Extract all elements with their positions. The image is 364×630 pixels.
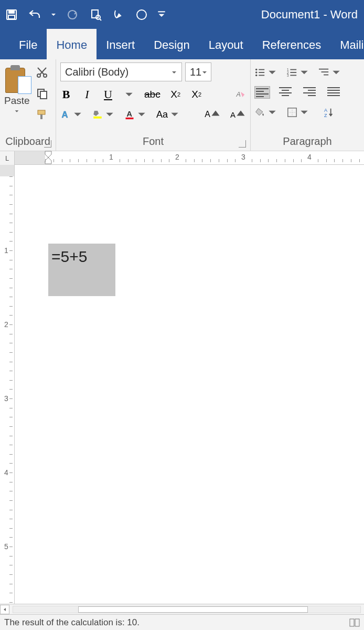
- undo-dropdown[interactable]: [50, 7, 57, 22]
- tab-file[interactable]: File: [9, 29, 47, 59]
- svg-text:A: A: [324, 108, 328, 113]
- svg-rect-22: [259, 72, 264, 73]
- qat-customize-dropdown[interactable]: [157, 7, 166, 22]
- svg-rect-36: [256, 93, 269, 94]
- svg-rect-4: [92, 10, 98, 18]
- svg-rect-56: [355, 619, 359, 626]
- tab-design[interactable]: Design: [144, 29, 199, 59]
- shading-button[interactable]: [255, 106, 277, 119]
- subscript-button[interactable]: X2: [170, 88, 181, 101]
- justify-button[interactable]: [327, 87, 342, 98]
- borders-button[interactable]: [287, 106, 309, 119]
- tab-layout[interactable]: Layout: [199, 29, 253, 59]
- undo-button[interactable]: [27, 7, 42, 22]
- svg-rect-34: [256, 88, 269, 89]
- clear-formatting-button[interactable]: A: [234, 88, 246, 101]
- save-button[interactable]: [4, 7, 19, 22]
- highlight-button[interactable]: [92, 108, 115, 121]
- font-name-select[interactable]: Calibri (Body): [60, 62, 182, 81]
- text-effects-button[interactable]: A: [60, 108, 83, 121]
- document-area: 12345 =5+5: [0, 165, 364, 604]
- tab-home[interactable]: Home: [47, 29, 97, 59]
- svg-rect-26: [290, 69, 296, 70]
- redo-button[interactable]: [65, 7, 80, 22]
- format-painter-button[interactable]: [35, 108, 49, 121]
- print-preview-button[interactable]: [88, 7, 103, 22]
- svg-rect-44: [303, 92, 316, 93]
- font-color-button[interactable]: A: [124, 108, 147, 121]
- svg-rect-31: [319, 69, 328, 70]
- svg-rect-39: [282, 90, 289, 91]
- svg-rect-37: [256, 96, 264, 97]
- shrink-font-button[interactable]: A: [230, 108, 246, 121]
- svg-rect-40: [279, 92, 292, 93]
- tab-insert[interactable]: Insert: [97, 29, 144, 59]
- ribbon-tabs: File Home Insert Design Layout Reference…: [0, 29, 364, 59]
- scroll-left-button[interactable]: [0, 605, 9, 614]
- font-launcher[interactable]: [239, 140, 246, 148]
- svg-rect-30: [290, 75, 296, 76]
- status-message: The result of the calculation is: 10.: [4, 617, 140, 628]
- superscript-button[interactable]: X2: [191, 88, 202, 101]
- svg-rect-20: [259, 69, 264, 70]
- paste-button[interactable]: Paste: [4, 62, 30, 121]
- paste-label: Paste: [4, 95, 30, 107]
- chevron-down-icon: [201, 66, 208, 78]
- svg-point-19: [255, 69, 258, 71]
- formula-cell[interactable]: =5+5: [48, 244, 115, 296]
- align-right-button[interactable]: [303, 87, 318, 98]
- svg-rect-41: [282, 95, 289, 96]
- group-paragraph: 123: [251, 59, 364, 151]
- font-size-select[interactable]: 11: [185, 62, 211, 81]
- svg-rect-38: [279, 87, 292, 88]
- underline-button[interactable]: U: [102, 88, 114, 101]
- scroll-thumb[interactable]: [78, 606, 308, 613]
- copy-button[interactable]: [35, 87, 49, 100]
- horizontal-ruler[interactable]: L 1234: [0, 151, 364, 165]
- touch-mode-button[interactable]: [111, 7, 126, 22]
- bullets-button[interactable]: [255, 66, 277, 79]
- align-center-button[interactable]: [279, 87, 294, 98]
- grow-font-button[interactable]: A: [205, 108, 221, 121]
- italic-button[interactable]: I: [81, 88, 93, 101]
- svg-text:3: 3: [287, 74, 289, 77]
- svg-rect-49: [327, 95, 340, 96]
- svg-rect-24: [259, 75, 264, 76]
- group-label-clipboard: Clipboard: [4, 133, 51, 151]
- scroll-track[interactable]: [13, 606, 361, 613]
- svg-rect-47: [327, 90, 340, 91]
- multilevel-list-button[interactable]: [319, 66, 341, 79]
- group-clipboard: Paste Clipboard: [0, 59, 56, 151]
- clipboard-launcher[interactable]: [44, 140, 51, 148]
- horizontal-scrollbar[interactable]: [0, 604, 364, 614]
- numbering-button[interactable]: 123: [287, 66, 309, 79]
- strikethrough-button[interactable]: abc: [144, 88, 160, 101]
- status-bar: The result of the calculation is: 10.: [0, 614, 364, 630]
- tab-references[interactable]: References: [253, 29, 331, 59]
- group-label-font: Font: [60, 133, 246, 151]
- indent-marker[interactable]: [44, 150, 52, 165]
- read-mode-icon[interactable]: [349, 618, 360, 627]
- svg-rect-45: [308, 95, 316, 96]
- vertical-ruler[interactable]: 12345: [0, 165, 15, 604]
- svg-rect-48: [327, 92, 340, 93]
- align-left-button[interactable]: [255, 87, 270, 98]
- svg-rect-16: [93, 117, 101, 119]
- chevron-down-icon: [171, 66, 177, 78]
- group-label-paragraph: Paragraph: [255, 133, 360, 151]
- svg-rect-33: [324, 75, 328, 76]
- bold-button[interactable]: B: [60, 88, 72, 101]
- quick-access-toolbar: [4, 7, 166, 22]
- cut-button[interactable]: [35, 66, 49, 79]
- svg-text:A: A: [62, 110, 68, 120]
- change-case-button[interactable]: Aa: [156, 108, 180, 121]
- document-page[interactable]: =5+5: [15, 165, 364, 604]
- svg-text:Z: Z: [324, 113, 327, 118]
- tab-mailings[interactable]: Mailing: [330, 29, 364, 59]
- circle-button[interactable]: [134, 7, 149, 22]
- underline-dropdown[interactable]: [123, 88, 135, 101]
- svg-rect-11: [40, 91, 47, 99]
- svg-rect-12: [38, 110, 45, 114]
- tab-selector[interactable]: L: [0, 151, 15, 165]
- sort-button[interactable]: AZ: [323, 106, 335, 119]
